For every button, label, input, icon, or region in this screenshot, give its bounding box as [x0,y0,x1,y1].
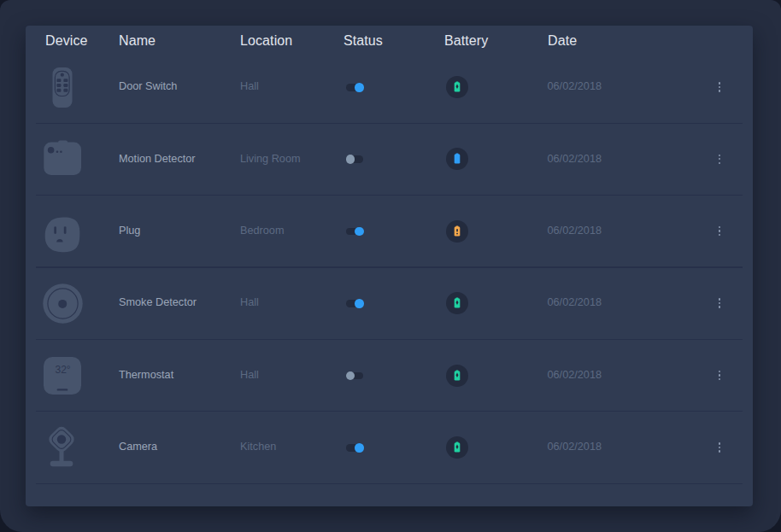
svg-text:32°: 32° [56,364,71,376]
